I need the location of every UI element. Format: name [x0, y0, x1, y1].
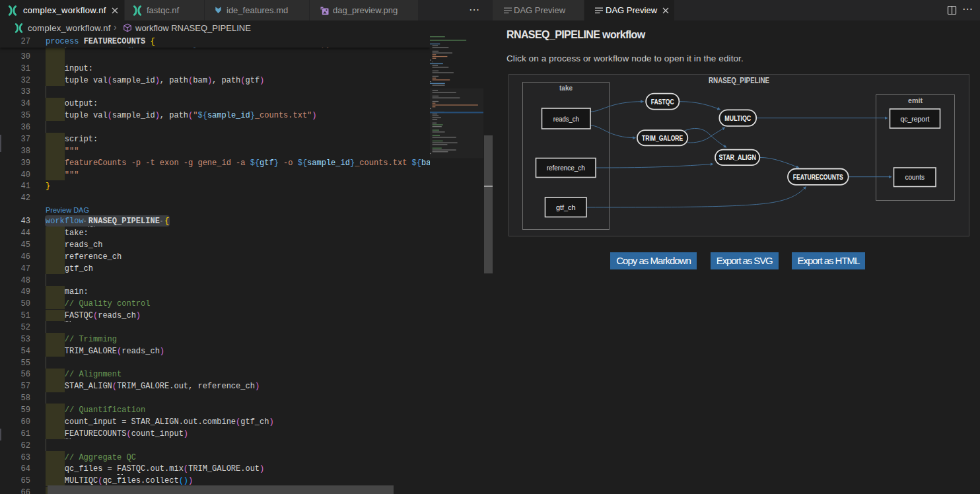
svg-text:RNASEQ_PIPELINE: RNASEQ_PIPELINE: [709, 76, 769, 85]
svg-text:qc_report: qc_report: [901, 115, 930, 123]
svg-text:reference_ch: reference_ch: [547, 164, 585, 172]
svg-text:emit: emit: [908, 96, 923, 104]
svg-text:gtf_ch: gtf_ch: [556, 203, 576, 211]
svg-text:counts: counts: [905, 173, 925, 181]
svg-text:FASTQC: FASTQC: [651, 98, 674, 106]
svg-text:TRIM_GALORE: TRIM_GALORE: [642, 134, 683, 142]
svg-text:MULTIQC: MULTIQC: [724, 114, 751, 122]
svg-text:STAR_ALIGN: STAR_ALIGN: [718, 153, 756, 161]
svg-text:FEATURECOUNTS: FEATURECOUNTS: [793, 173, 843, 181]
svg-text:take: take: [559, 84, 573, 92]
svg-text:reads_ch: reads_ch: [553, 115, 579, 123]
